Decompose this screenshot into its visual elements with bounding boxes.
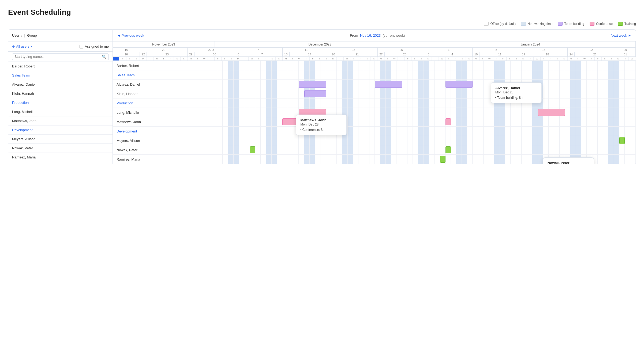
calendar-cell[interactable] [560, 70, 565, 79]
calendar-cell[interactable] [608, 108, 614, 117]
calendar-cell[interactable] [494, 155, 500, 164]
calendar-cell[interactable] [261, 98, 266, 108]
calendar-cell[interactable] [353, 61, 358, 70]
calendar-cell[interactable] [440, 98, 445, 108]
calendar-cell[interactable] [369, 108, 375, 117]
calendar-cell[interactable] [576, 70, 581, 79]
calendar-cell[interactable] [348, 145, 353, 154]
calendar-cell[interactable] [549, 61, 554, 70]
calendar-cell[interactable] [418, 70, 424, 79]
calendar-cell[interactable] [532, 155, 538, 164]
calendar-cell[interactable] [320, 98, 326, 108]
calendar-cell[interactable] [380, 70, 385, 79]
calendar-cell[interactable] [440, 61, 445, 70]
calendar-cell[interactable] [402, 145, 407, 154]
calendar-cell[interactable] [538, 136, 543, 145]
calendar-cell[interactable] [630, 89, 635, 98]
calendar-cell[interactable] [598, 98, 603, 108]
calendar-cell[interactable] [380, 108, 385, 117]
calendar-cell[interactable] [445, 70, 451, 79]
calendar-cell[interactable] [244, 145, 250, 154]
calendar-cell[interactable] [326, 70, 331, 79]
calendar-cell[interactable] [522, 136, 527, 145]
calendar-cell[interactable] [266, 108, 272, 117]
calendar-cell[interactable] [391, 127, 396, 136]
calendar-cell[interactable] [462, 117, 467, 126]
calendar-cell[interactable] [516, 61, 521, 70]
calendar-cell[interactable] [391, 89, 396, 98]
calendar-cell[interactable] [619, 108, 625, 117]
calendar-cell[interactable] [543, 145, 549, 154]
calendar-cell[interactable] [549, 136, 554, 145]
calendar-cell[interactable] [467, 89, 473, 98]
calendar-cell[interactable] [375, 127, 380, 136]
calendar-cell[interactable] [456, 136, 462, 145]
calendar-cell[interactable] [435, 61, 440, 70]
calendar-cell[interactable] [625, 127, 630, 136]
calendar-cell[interactable] [608, 98, 614, 108]
calendar-cell[interactable] [326, 117, 331, 126]
calendar-cell[interactable] [315, 145, 320, 154]
calendar-cell[interactable] [315, 155, 320, 164]
calendar-cell[interactable] [630, 61, 635, 70]
calendar-cell[interactable] [527, 61, 532, 70]
calendar-cell[interactable] [543, 117, 549, 126]
calendar-cell[interactable] [299, 98, 304, 108]
calendar-cell[interactable] [369, 117, 375, 126]
calendar-cell[interactable] [516, 70, 521, 79]
calendar-cell[interactable] [489, 70, 494, 79]
calendar-cell[interactable] [266, 98, 272, 108]
calendar-cell[interactable] [456, 89, 462, 98]
calendar-cell[interactable] [473, 89, 478, 98]
calendar-cell[interactable] [364, 145, 369, 154]
calendar-cell[interactable] [348, 89, 353, 98]
calendar-cell[interactable] [348, 117, 353, 126]
calendar-cell[interactable] [500, 61, 505, 70]
calendar-cell[interactable] [288, 89, 293, 98]
calendar-cell[interactable] [494, 70, 500, 79]
calendar-cell[interactable] [413, 61, 418, 70]
calendar-cell[interactable] [581, 127, 587, 136]
assigned-to-me[interactable]: Assigned to me [80, 44, 109, 48]
calendar-cell[interactable] [630, 108, 635, 117]
calendar-cell[interactable] [560, 145, 565, 154]
calendar-cell[interactable] [396, 89, 402, 98]
calendar-cell[interactable] [484, 136, 489, 145]
calendar-cell[interactable] [364, 89, 369, 98]
calendar-cell[interactable] [386, 136, 391, 145]
calendar-cell[interactable] [484, 117, 489, 126]
calendar-cell[interactable] [396, 127, 402, 136]
calendar-cell[interactable] [570, 136, 576, 145]
calendar-cell[interactable] [288, 145, 293, 154]
calendar-cell[interactable] [619, 70, 625, 79]
calendar-cell[interactable] [261, 136, 266, 145]
calendar-cell[interactable] [451, 127, 456, 136]
calendar-cell[interactable] [440, 136, 445, 145]
calendar-cell[interactable] [554, 127, 559, 136]
calendar-cell[interactable] [505, 108, 511, 117]
calendar-cell[interactable] [348, 61, 353, 70]
calendar-cell[interactable] [413, 70, 418, 79]
calendar-cell[interactable] [402, 127, 407, 136]
calendar-cell[interactable] [266, 145, 272, 154]
calendar-cell[interactable] [402, 80, 407, 89]
calendar-cell[interactable] [489, 108, 494, 117]
calendar-cell[interactable] [250, 70, 255, 79]
calendar-cell[interactable] [223, 61, 228, 70]
calendar-cell[interactable] [538, 145, 543, 154]
calendar-cell[interactable] [386, 155, 391, 164]
calendar-cell[interactable] [315, 70, 320, 79]
calendar-cell[interactable] [467, 70, 473, 79]
calendar-cell[interactable] [407, 117, 413, 126]
calendar-cell[interactable] [630, 117, 635, 126]
calendar-cell[interactable] [375, 117, 380, 126]
calendar-cell[interactable] [386, 89, 391, 98]
calendar-cell[interactable] [608, 145, 614, 154]
calendar-cell[interactable] [581, 117, 587, 126]
calendar-cell[interactable] [304, 127, 310, 136]
calendar-cell[interactable] [337, 145, 342, 154]
calendar-cell[interactable] [619, 117, 625, 126]
calendar-cell[interactable] [500, 70, 505, 79]
calendar-cell[interactable] [402, 98, 407, 108]
calendar-cell[interactable] [527, 155, 532, 164]
